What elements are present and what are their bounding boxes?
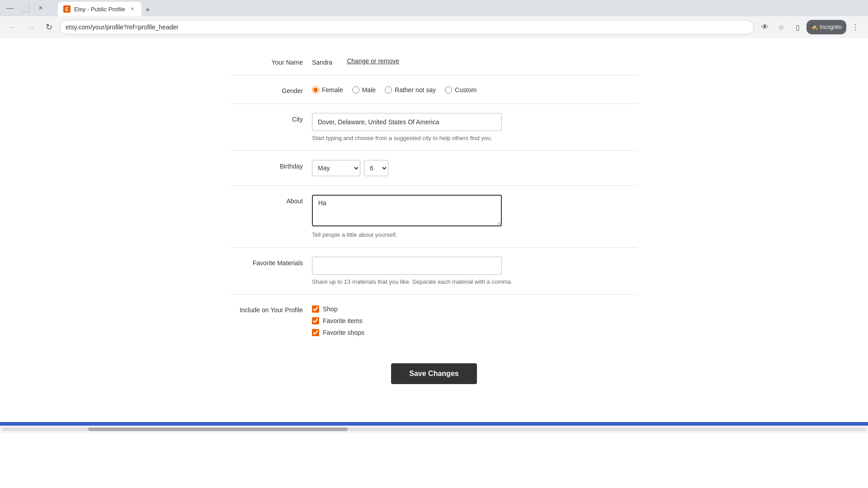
scroll-area[interactable]	[0, 426, 868, 433]
incognito-button[interactable]: 🕵 Incognito	[807, 20, 846, 34]
address-bar[interactable]: etsy.com/your/profile?ref=profile_header	[60, 20, 754, 34]
include-favorite-items-option[interactable]: Favorite items	[312, 317, 637, 324]
minimize-button[interactable]: —	[4, 2, 16, 14]
include-shop-label: Shop	[323, 305, 338, 313]
your-name-control: Sandra Change or remove	[312, 56, 637, 66]
gender-custom-option[interactable]: Custom	[445, 86, 476, 94]
include-row: Include on Your Profile Shop Favorite it…	[212, 295, 656, 345]
browser-chrome: — ⬜ × E Etsy - Public Profile × + ← → ↻ …	[0, 0, 868, 38]
address-bar-row: ← → ↻ etsy.com/your/profile?ref=profile_…	[0, 16, 868, 38]
gender-options: Female Male Rather not say Custom	[312, 84, 637, 94]
tab-close-button[interactable]: ×	[129, 5, 136, 13]
include-shop-checkbox[interactable]	[312, 305, 319, 313]
change-name-link[interactable]: Change or remove	[347, 57, 399, 65]
include-label: Include on Your Profile	[231, 304, 303, 314]
forward-button[interactable]: →	[24, 20, 38, 34]
gender-male-radio[interactable]	[352, 86, 359, 94]
include-favorite-shops-option[interactable]: Favorite shops	[312, 329, 637, 336]
save-changes-button[interactable]: Save Changes	[391, 363, 476, 384]
include-favorite-items-checkbox[interactable]	[312, 317, 319, 324]
gender-male-label: Male	[362, 86, 376, 94]
active-tab[interactable]: E Etsy - Public Profile ×	[58, 2, 142, 16]
window-controls: — ⬜ ×	[4, 2, 47, 14]
about-textarea[interactable]: Ha	[312, 195, 502, 226]
tab-favicon: E	[63, 5, 71, 13]
new-tab-button[interactable]: +	[142, 4, 154, 16]
gender-custom-radio[interactable]	[445, 86, 452, 94]
reload-button[interactable]: ↻	[42, 20, 56, 34]
birthday-day-select[interactable]: 1 2 3 4 5 6 7 8 9 10 11 12 13 14	[364, 160, 388, 176]
tab-title: Etsy - Public Profile	[74, 6, 125, 13]
about-hint-text: Tell people a little about yourself.	[312, 231, 637, 238]
about-label: About	[231, 195, 303, 205]
about-control: Ha Tell people a little about yourself.	[312, 195, 637, 238]
form-container: Your Name Sandra Change or remove Gender…	[212, 47, 656, 404]
gender-male-option[interactable]: Male	[352, 86, 376, 94]
gender-rather-not-say-radio[interactable]	[385, 86, 392, 94]
include-control: Shop Favorite items Favorite shops	[312, 304, 637, 336]
city-control: Start typing and choose from a suggested…	[312, 113, 637, 141]
incognito-label: Incognito	[820, 24, 842, 30]
back-button[interactable]: ←	[5, 20, 20, 34]
birthday-control: January February March April May June Ju…	[312, 160, 637, 176]
birthday-row: Birthday January February March April Ma…	[212, 151, 656, 185]
birthday-label: Birthday	[231, 160, 303, 170]
scrollbar-track[interactable]	[2, 427, 866, 431]
browser-titlebar: — ⬜ × E Etsy - Public Profile × +	[0, 0, 868, 16]
gender-rather-not-say-label: Rather not say	[395, 86, 436, 94]
materials-helper-text: Share up to 13 materials that you like. …	[312, 278, 637, 285]
scrollbar-thumb[interactable]	[88, 427, 348, 431]
city-input[interactable]	[312, 113, 502, 131]
include-favorite-items-label: Favorite items	[323, 317, 363, 324]
about-row: About Ha Tell people a little about your…	[212, 186, 656, 247]
include-favorite-shops-label: Favorite shops	[323, 329, 364, 336]
materials-input[interactable]	[312, 257, 502, 275]
city-row: City Start typing and choose from a sugg…	[212, 104, 656, 150]
name-row-content: Sandra Change or remove	[312, 56, 637, 66]
browser-actions: 👁 ☆ ▯ 🕵 Incognito ⋮	[758, 20, 863, 34]
city-label: City	[231, 113, 303, 123]
name-value: Sandra	[312, 56, 332, 66]
birthday-month-select[interactable]: January February March April May June Ju…	[312, 160, 360, 176]
gender-female-label: Female	[322, 86, 343, 94]
gender-female-option[interactable]: Female	[312, 86, 343, 94]
sidebar-button[interactable]: ▯	[790, 20, 805, 34]
gender-control: Female Male Rather not say Custom	[312, 84, 637, 94]
include-favorite-shops-checkbox[interactable]	[312, 329, 319, 336]
gender-rather-not-say-option[interactable]: Rather not say	[385, 86, 436, 94]
checkbox-group: Shop Favorite items Favorite shops	[312, 304, 637, 336]
bookmark-button[interactable]: ☆	[774, 20, 788, 34]
city-helper-text: Start typing and choose from a suggested…	[312, 135, 637, 141]
include-shop-option[interactable]: Shop	[312, 305, 637, 313]
close-window-button[interactable]: ×	[34, 2, 47, 14]
your-name-label: Your Name	[231, 56, 303, 66]
materials-label: Favorite Materials	[231, 257, 303, 267]
materials-row: Favorite Materials Share up to 13 materi…	[212, 248, 656, 294]
save-area: Save Changes	[212, 345, 656, 398]
incognito-icon: 🕵	[811, 24, 818, 30]
gender-custom-label: Custom	[455, 86, 476, 94]
gender-row: Gender Female Male Rather not say	[212, 75, 656, 103]
more-button[interactable]: ⋮	[848, 20, 863, 34]
maximize-button[interactable]: ⬜	[19, 2, 32, 14]
your-name-row: Your Name Sandra Change or remove	[212, 47, 656, 75]
birthday-selects: January February March April May June Ju…	[312, 160, 637, 176]
gender-female-radio[interactable]	[312, 86, 319, 94]
tab-bar: E Etsy - Public Profile × +	[54, 0, 158, 16]
address-text: etsy.com/your/profile?ref=profile_header	[66, 23, 748, 31]
extensions-button[interactable]: 👁	[758, 20, 772, 34]
gender-label: Gender	[231, 84, 303, 94]
page-content: Your Name Sandra Change or remove Gender…	[0, 38, 868, 422]
footer-bar	[0, 422, 868, 426]
materials-control: Share up to 13 materials that you like. …	[312, 257, 637, 285]
